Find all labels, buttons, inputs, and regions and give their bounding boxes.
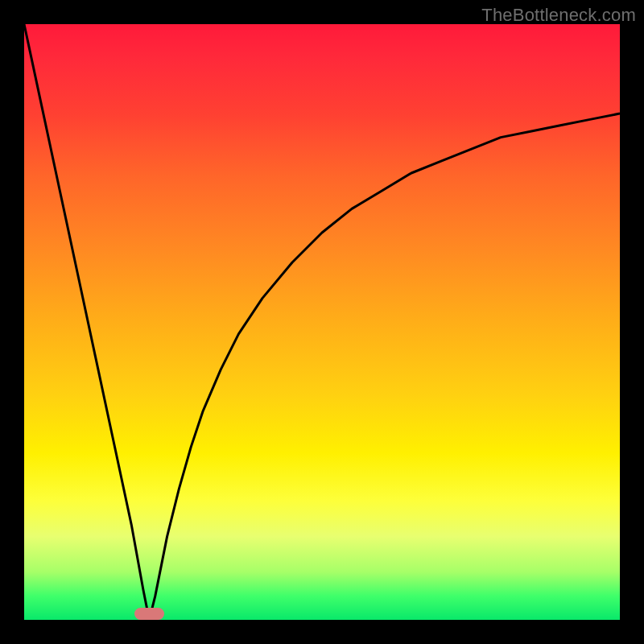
chart-frame: TheBottleneck.com [0, 0, 644, 644]
curve-svg [24, 24, 620, 620]
optimal-point-marker [134, 608, 164, 620]
watermark-text: TheBottleneck.com [481, 5, 636, 26]
bottleneck-curve [24, 24, 620, 620]
plot-area [24, 24, 620, 620]
